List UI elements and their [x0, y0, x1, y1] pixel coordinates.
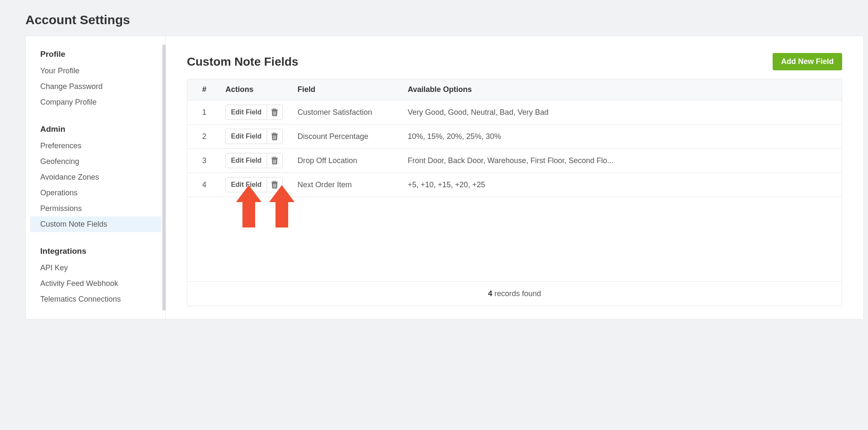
column-options: Available Options	[403, 79, 842, 100]
sidebar-item-api-key[interactable]: API Key	[26, 260, 165, 276]
content-area: Custom Note Fields Add New Field # Actio…	[166, 36, 863, 319]
row-actions: Edit Field	[221, 149, 293, 173]
table-header-row: # Actions Field Available Options	[187, 79, 842, 100]
row-options: +5, +10, +15, +20, +25	[403, 173, 842, 197]
row-options: 10%, 15%, 20%, 25%, 30%	[403, 125, 842, 149]
action-group: Edit Field	[225, 105, 283, 120]
row-number: 4	[187, 173, 221, 197]
edit-field-button[interactable]: Edit Field	[226, 178, 267, 192]
trash-icon	[271, 108, 278, 116]
fields-table: # Actions Field Available Options 1Edit …	[187, 79, 842, 197]
row-options: Front Door, Back Door, Warehouse, First …	[403, 149, 842, 173]
column-number: #	[187, 79, 221, 100]
sidebar-item-permissions[interactable]: Permissions	[26, 201, 165, 216]
table-row: 1Edit FieldCustomer SatisfactionVery Goo…	[187, 100, 842, 125]
table-row: 4Edit FieldNext Order Item+5, +10, +15, …	[187, 173, 842, 197]
table-row: 2Edit FieldDiscount Percentage10%, 15%, …	[187, 125, 842, 149]
delete-field-button[interactable]	[267, 178, 282, 192]
trash-icon	[271, 157, 278, 164]
records-text: records found	[492, 289, 541, 298]
sidebar-item-custom-note-fields[interactable]: Custom Note Fields	[30, 216, 161, 232]
sidebar-item-activity-feed-webhook[interactable]: Activity Feed Webhook	[26, 276, 165, 291]
table-row: 3Edit FieldDrop Off LocationFront Door, …	[187, 149, 842, 173]
delete-field-button[interactable]	[267, 105, 282, 119]
settings-sidebar: ProfileYour ProfileChange PasswordCompan…	[26, 36, 166, 319]
page-title: Account Settings	[25, 13, 864, 27]
fields-table-wrap: # Actions Field Available Options 1Edit …	[187, 79, 842, 306]
row-field-name: Customer Satisfaction	[293, 100, 403, 125]
nav-section-title: Admin	[26, 123, 165, 138]
nav-section-title: Profile	[26, 48, 165, 63]
row-actions: Edit Field	[221, 173, 293, 197]
trash-icon	[271, 181, 278, 189]
action-group: Edit Field	[225, 153, 283, 168]
trash-icon	[271, 133, 278, 140]
sidebar-item-company-profile[interactable]: Company Profile	[26, 94, 165, 110]
sidebar-item-avoidance-zones[interactable]: Avoidance Zones	[26, 169, 165, 185]
column-actions: Actions	[221, 79, 293, 100]
edit-field-button[interactable]: Edit Field	[226, 105, 267, 119]
action-group: Edit Field	[225, 129, 283, 144]
settings-panel: ProfileYour ProfileChange PasswordCompan…	[25, 36, 864, 319]
edit-field-button[interactable]: Edit Field	[226, 129, 267, 144]
row-options: Very Good, Good, Neutral, Bad, Very Bad	[403, 100, 842, 125]
content-header: Custom Note Fields Add New Field	[187, 53, 842, 70]
sidebar-item-preferences[interactable]: Preferences	[26, 138, 165, 154]
row-number: 2	[187, 125, 221, 149]
row-actions: Edit Field	[221, 100, 293, 125]
row-field-name: Discount Percentage	[293, 125, 403, 149]
edit-field-button[interactable]: Edit Field	[226, 153, 267, 168]
row-number: 3	[187, 149, 221, 173]
delete-field-button[interactable]	[267, 129, 282, 144]
nav-section-title: Integrations	[26, 245, 165, 260]
row-number: 1	[187, 100, 221, 125]
sidebar-item-operations[interactable]: Operations	[26, 185, 165, 201]
records-count: 4	[488, 289, 492, 298]
row-actions: Edit Field	[221, 125, 293, 149]
row-field-name: Next Order Item	[293, 173, 403, 197]
add-new-field-button[interactable]: Add New Field	[773, 53, 842, 70]
row-field-name: Drop Off Location	[293, 149, 403, 173]
table-footer: 4 records found	[187, 281, 842, 306]
sidebar-item-your-profile[interactable]: Your Profile	[26, 63, 165, 79]
sidebar-item-telematics-connections[interactable]: Telematics Connections	[26, 291, 165, 307]
sidebar-item-geofencing[interactable]: Geofencing	[26, 154, 165, 169]
action-group: Edit Field	[225, 177, 283, 192]
content-title: Custom Note Fields	[187, 55, 298, 69]
delete-field-button[interactable]	[267, 153, 282, 168]
column-field: Field	[293, 79, 403, 100]
sidebar-item-change-password[interactable]: Change Password	[26, 79, 165, 94]
